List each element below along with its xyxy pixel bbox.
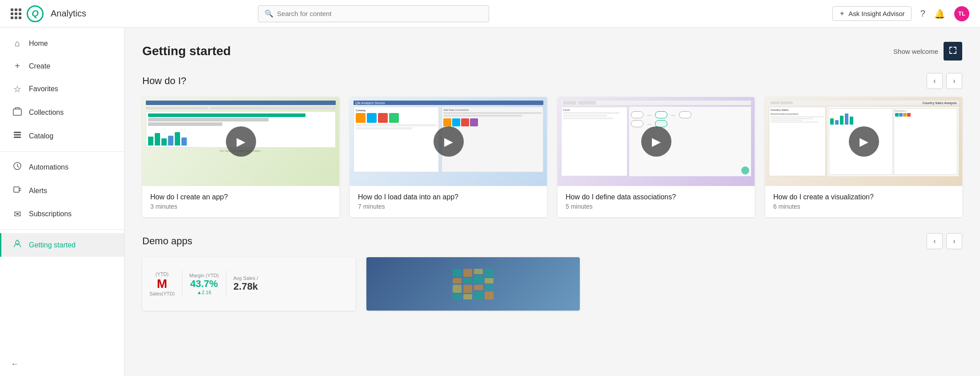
sidebar-item-home[interactable]: ⌂ Home [0,32,124,55]
demo-apps-prev-button[interactable]: ‹ [927,233,943,249]
sidebar-item-catalog[interactable]: Catalog [0,124,124,148]
page-title: Getting started [142,44,231,58]
notifications-button[interactable]: 🔔 [934,8,945,19]
video-card-2[interactable]: Fields — [558,97,755,217]
play-button-2[interactable]: ▶ [641,126,671,157]
sidebar-item-subscriptions[interactable]: ✉ Subscriptions [0,202,124,226]
subscriptions-icon: ✉ [12,209,23,219]
alerts-icon [12,185,23,196]
how-do-i-prev-button[interactable]: ‹ [927,73,943,89]
metric-label-2: Avg Sales / [233,275,258,281]
svg-rect-2 [14,134,21,136]
demo-apps-row: (YTD) M Sales(YTD) Margin (YTD) 43.7% ▲2… [142,257,962,311]
video-card-0[interactable]: You have not enabled any content... ▶ Ho… [142,97,339,217]
play-button-0[interactable]: ▶ [226,126,256,157]
sidebar-label-catalog: Catalog [29,132,53,140]
how-do-i-title: How do I? [142,75,186,87]
sidebar-item-getting-started[interactable]: Getting started [0,233,124,257]
collapse-icon: ← [11,360,19,369]
demo-apps-section: Demo apps ‹ › (YTD) M [142,233,962,311]
demo-card-1[interactable] [366,257,580,311]
demo-apps-title: Demo apps [142,235,193,247]
main-content: Getting started Show welcome How do I? ‹… [125,28,980,376]
sidebar-divider-2 [0,229,124,230]
video-duration-2: 5 minutes [566,203,747,210]
home-icon: ⌂ [12,38,23,49]
insight-advisor-label: Ask Insight Advisor [848,10,905,17]
automations-icon [12,162,23,173]
sidebar-label-automations: Automations [29,163,68,171]
sidebar-divider-1 [0,151,124,152]
app-name: Analytics [51,8,86,19]
sidebar-item-alerts[interactable]: Alerts [0,179,124,202]
catalog-icon [12,130,23,142]
sidebar-item-collections[interactable]: Collections [0,101,124,124]
metric-value-0: M [149,277,175,291]
help-button[interactable]: ? [920,8,925,19]
search-bar[interactable]: 🔍 [258,5,489,22]
getting-started-icon [12,239,23,251]
favorites-icon: ☆ [12,84,23,94]
svg-rect-0 [13,109,21,115]
video-title-3: How do I create a visualization? [773,193,954,201]
search-icon: 🔍 [265,9,273,18]
sidebar-label-subscriptions: Subscriptions [29,210,72,218]
metric-sub-1: ▲2.16 [189,290,219,295]
top-navigation: Q Analytics 🔍 ✦ Ask Insight Advisor ? 🔔 … [0,0,980,28]
metric-value-1: 43.7% [189,278,219,290]
show-welcome-button[interactable]: Show welcome [893,48,938,55]
metric-value-2: 2.78k [233,281,258,292]
video-duration-0: 3 minutes [150,203,331,210]
create-icon: + [12,61,23,71]
video-duration-1: 7 minutes [358,203,539,210]
how-do-i-next-button[interactable]: › [946,73,962,89]
svg-rect-1 [14,132,21,133]
video-title-2: How do I define data associations? [566,193,747,201]
video-card-1[interactable]: Qlik Analytics Service Catalog [350,97,547,217]
expand-button[interactable] [944,42,962,61]
warehouse-image [366,257,580,311]
metric-sub-0: Sales(YTD) [149,291,175,296]
svg-rect-3 [14,137,21,138]
video-title-0: How do I create an app? [150,193,331,201]
sidebar-label-favorites: Favorites [29,85,58,93]
expand-icon [949,46,957,56]
video-cards-row: You have not enabled any content... ▶ Ho… [142,97,962,217]
qlik-logo[interactable]: Q [27,5,44,22]
sidebar-label-collections: Collections [29,109,64,117]
page-header: Getting started Show welcome [142,42,962,61]
collections-icon [12,107,23,118]
avatar[interactable]: TL [954,6,969,21]
sidebar-item-create[interactable]: + Create [0,55,124,77]
apps-grid-icon[interactable] [11,8,21,19]
search-input[interactable] [277,10,482,17]
metric-label-0: (YTD) [149,271,175,277]
video-card-3[interactable]: Country Sales Analysis Country Sales Rec… [765,97,962,217]
video-title-1: How do I load data into an app? [358,193,539,201]
how-do-i-section: How do I? ‹ › [142,73,962,217]
qlik-q-mark: Q [27,5,44,22]
sidebar-item-favorites[interactable]: ☆ Favorites [0,77,124,101]
sidebar-item-automations[interactable]: Automations [0,155,124,179]
demo-card-0[interactable]: (YTD) M Sales(YTD) Margin (YTD) 43.7% ▲2… [142,257,356,311]
sidebar-collapse-button[interactable]: ← [0,352,124,376]
video-duration-3: 6 minutes [773,203,954,210]
play-button-3[interactable]: ▶ [849,126,879,157]
metric-label-1: Margin (YTD) [189,273,219,278]
sidebar-label-alerts: Alerts [29,187,47,195]
sidebar-label-create: Create [29,62,50,70]
insight-advisor-icon: ✦ [839,9,845,18]
sidebar-label-home: Home [29,40,48,48]
insight-advisor-button[interactable]: ✦ Ask Insight Advisor [832,6,912,21]
sidebar: ⌂ Home + Create ☆ Favorites Collections … [0,28,125,376]
demo-apps-next-button[interactable]: › [946,233,962,249]
svg-rect-5 [14,187,19,192]
sidebar-label-getting-started: Getting started [29,241,76,249]
play-button-1[interactable]: ▶ [434,126,464,157]
